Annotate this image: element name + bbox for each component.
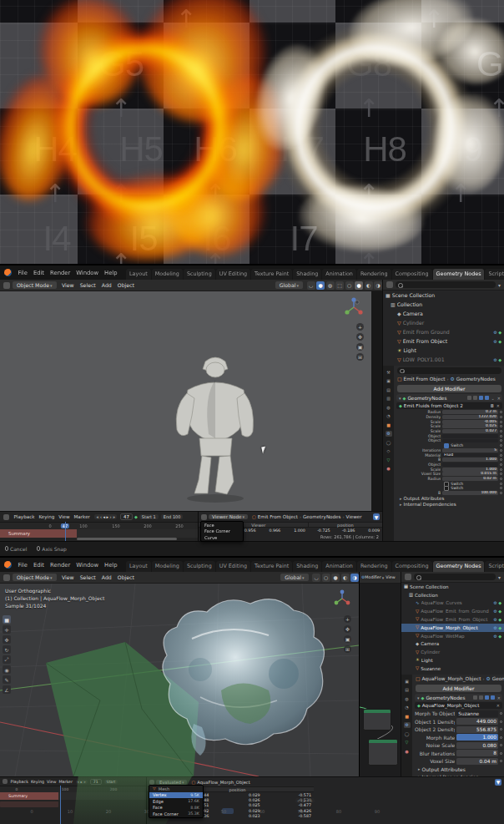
workspace-tab[interactable]: Sculpting [184, 269, 215, 280]
timeline-type-icon[interactable] [3, 779, 8, 784]
geometry-nodes-icon[interactable]: ◆ [498, 339, 501, 344]
field-value[interactable]: 0.02 m [442, 477, 498, 481]
dropdown-item[interactable]: Edge 17.6K [149, 798, 203, 805]
outliner-type-icon[interactable] [405, 574, 411, 580]
workspace-tab[interactable]: Rendering [357, 561, 391, 572]
wrench-modifier-icon[interactable]: ⚙ [493, 330, 496, 335]
geometry-nodes-icon[interactable]: ◆ [498, 600, 501, 605]
workspace-tab[interactable]: UV Editing [216, 269, 250, 280]
field-value[interactable]: Switch [442, 482, 498, 486]
field-value[interactable]: Switch [442, 443, 498, 447]
field-value[interactable]: 556.875 [456, 726, 498, 733]
output-tab-icon[interactable]: ▤ [386, 387, 392, 392]
object-tab-icon[interactable]: ■ [404, 713, 411, 719]
workspace-tab[interactable]: Scripting [485, 269, 504, 280]
physics-tab-icon[interactable]: ◯ [386, 439, 392, 445]
timeline-type-icon[interactable] [3, 514, 9, 520]
viewport-menu[interactable]: View [59, 574, 78, 580]
menubar-item[interactable]: Help [102, 270, 121, 276]
keyframe-dot-icon[interactable] [500, 487, 502, 489]
wrench-modifier-icon[interactable]: ⚙ [493, 625, 496, 630]
field-value[interactable]: 100.000 [442, 491, 498, 495]
camera-view-icon[interactable]: ▣ [356, 343, 364, 351]
field-value[interactable]: 0.015 m [442, 472, 498, 476]
outliner-row[interactable]: ▽ AquaFlow_Emit_From_Object ⚙ ◆ [401, 615, 504, 624]
perspective-toggle-icon[interactable]: ⊞ [344, 645, 351, 653]
timeline-menu[interactable]: Keying [29, 780, 45, 784]
unlink-icon[interactable]: ✕ [496, 403, 500, 408]
keyframe-dot-icon[interactable] [500, 752, 502, 755]
outliner-row[interactable]: ☀ Light ⚙ ◆ [383, 346, 504, 355]
keyframe-dot-icon[interactable] [500, 478, 502, 480]
shading-solid-icon[interactable]: ● [355, 281, 363, 290]
timeline-ruler[interactable]: 0 100 150 200 250 47 [0, 522, 198, 529]
jump-end-icon[interactable]: » [113, 514, 115, 519]
outliner-row[interactable]: ▽ Cylinder ⚙ ◆ [383, 318, 504, 327]
orientation-dropdown[interactable]: Global▾ [280, 574, 308, 581]
outliner-row[interactable]: ☀ Light ⚙ ◆ [401, 656, 504, 665]
wrench-modifier-icon[interactable]: ⚙ [493, 600, 496, 605]
modifier-tab-icon[interactable]: ⚙ [404, 722, 411, 728]
breadcrumb-object[interactable]: Emit From Object [403, 377, 445, 382]
filter-funnel-icon[interactable]: ▼ [373, 513, 380, 520]
outliner-row[interactable]: ▽ Emit From Ground ⚙ ◆ [383, 327, 504, 336]
workspace-tab[interactable]: Layout [126, 269, 151, 280]
playhead-line[interactable] [65, 522, 66, 542]
play-icon[interactable]: ▸ [106, 514, 108, 519]
editor-type-icon[interactable] [3, 282, 10, 289]
play-reverse-icon[interactable]: ◂ [103, 514, 105, 519]
snap-magnet-icon[interactable]: ◡ [312, 574, 320, 582]
add-modifier-button[interactable]: Add Modifier [397, 385, 501, 392]
keyframe-dot-icon[interactable] [500, 435, 502, 437]
spreadsheet-type-icon[interactable] [201, 514, 207, 520]
node-box[interactable] [368, 739, 398, 766]
dopesheet-channel[interactable]: Summary [0, 792, 58, 800]
keyframe-dot-icon[interactable] [500, 449, 502, 452]
scene-tab-icon[interactable]: ◍ [386, 404, 392, 410]
modifier-header[interactable]: ▾ ◆ GeometryNodes ⌄ ✕ [396, 394, 502, 402]
orientation-dropdown[interactable]: Global▾ [275, 281, 303, 289]
keyframe-dot-icon[interactable] [500, 728, 502, 730]
proportional-edit-icon[interactable]: ● [316, 281, 325, 290]
output-tab-icon[interactable]: ▤ [404, 687, 411, 693]
viewport-menu[interactable]: Object [114, 282, 137, 288]
workspace-tab[interactable]: Modeling [152, 269, 183, 280]
outliner-row[interactable]: ▦ Scene Collection ⚙ ◆ [401, 583, 504, 591]
object-tab-icon[interactable]: ■ [386, 422, 392, 427]
sculpted-character-mesh[interactable] [167, 355, 265, 503]
field-value[interactable]: -0.005 [442, 420, 498, 424]
workspace-tab[interactable]: UV Editing [216, 561, 250, 572]
filter-icon[interactable]: ▾ [498, 282, 501, 288]
outliner-row[interactable]: ▥ Collection ⚙ ◆ [383, 300, 504, 309]
field-value[interactable]: 5 [442, 448, 498, 452]
menubar-item[interactable]: Render [48, 270, 73, 276]
modifier-close-icon[interactable]: ✕ [497, 695, 501, 700]
wrench-modifier-icon[interactable]: ⚙ [493, 634, 496, 639]
toggle-edit-mode-icon[interactable] [473, 695, 477, 700]
modifier-extras-icon[interactable]: ⌄ [491, 396, 495, 401]
outliner-row[interactable]: ▽ LOW_POLY1.001 ⚙ ◆ [383, 355, 504, 364]
data-source-dropdown[interactable]: Viewer Node▾ [209, 514, 248, 519]
shading-rendered-icon[interactable]: ◑ [374, 281, 382, 290]
render-tab-icon[interactable]: ▣ [386, 378, 392, 384]
outliner-row[interactable]: ▽ AquaFlow_Emit_from_Ground ⚙ ◆ [401, 607, 504, 615]
keyframe-dot-icon[interactable] [500, 444, 502, 447]
node-box[interactable] [363, 709, 391, 730]
wrench-modifier-icon[interactable]: ⚙ [493, 357, 496, 362]
timeline-menu[interactable]: Playback [9, 780, 29, 784]
timeline-menu[interactable]: Marker [72, 514, 92, 519]
material-tab-icon[interactable]: ● [386, 466, 392, 472]
overlays-icon[interactable]: ◍ [326, 281, 335, 290]
cursor-tool[interactable]: ✛ [3, 625, 11, 634]
field-value[interactable]: 0.027 [442, 429, 498, 433]
blender-logo-icon[interactable] [4, 561, 12, 569]
material-tab-icon[interactable]: ● [404, 748, 411, 754]
toggle-realtime-icon[interactable] [479, 695, 483, 700]
workspace-tab[interactable]: Sculpting [184, 561, 215, 572]
field-value[interactable]: 0.025 [442, 424, 498, 428]
mode-dropdown[interactable]: Object Mode▾ [13, 281, 57, 289]
current-frame-field[interactable]: 47 [120, 513, 133, 520]
node-group-field[interactable]: ◆ Emit Fluids from Object 2 ◘ ✕ [396, 402, 502, 409]
field-value[interactable]: 449.000 [456, 718, 498, 725]
workspace-tab[interactable]: Animation [322, 269, 356, 280]
